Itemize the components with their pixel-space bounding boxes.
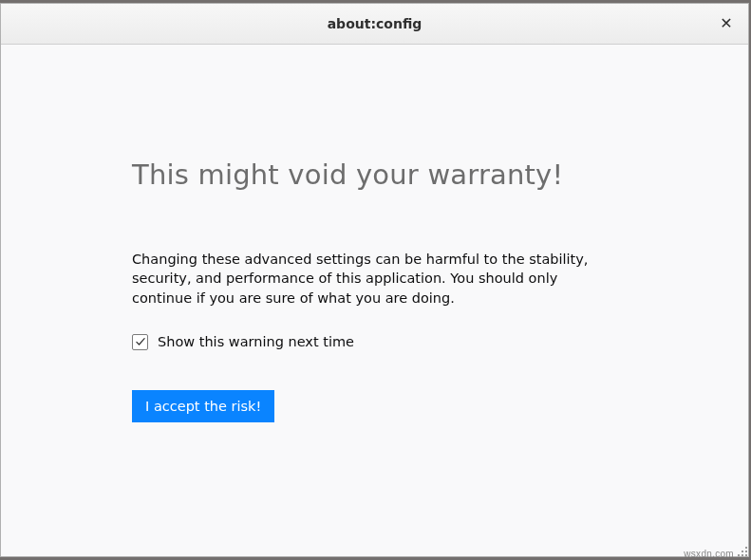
- show-warning-label[interactable]: Show this warning next time: [158, 334, 354, 349]
- window: about:config ✕ This might void your warr…: [0, 3, 749, 557]
- checkmark-icon: [135, 336, 146, 347]
- warning-heading: This might void your warranty!: [132, 159, 617, 191]
- content-area: This might void your warranty! Changing …: [1, 45, 748, 556]
- titlebar: about:config ✕: [1, 4, 748, 45]
- show-warning-checkbox[interactable]: [132, 334, 148, 350]
- watermark: wsxdn.com: [684, 549, 734, 559]
- close-icon: ✕: [720, 16, 732, 31]
- window-title: about:config: [328, 16, 422, 31]
- warning-container: This might void your warranty! Changing …: [1, 45, 748, 422]
- accept-risk-button[interactable]: I accept the risk!: [132, 390, 274, 422]
- warning-body: Changing these advanced settings can be …: [132, 250, 617, 308]
- close-button[interactable]: ✕: [718, 15, 735, 32]
- show-warning-row: Show this warning next time: [132, 334, 617, 350]
